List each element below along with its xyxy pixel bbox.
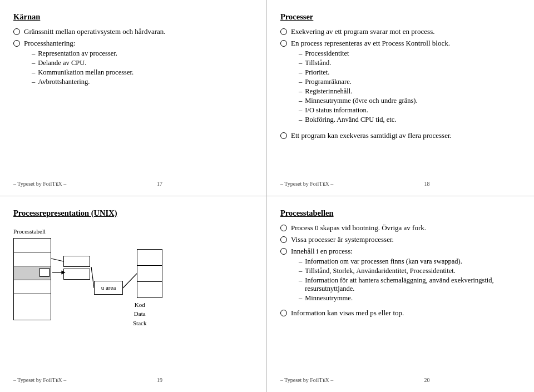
slide4-bullet3-text: Innehåll i en process: [291,247,353,255]
processtabell-box [13,238,51,320]
kds-label-stack: Stack [133,319,146,328]
kds-box [137,249,162,298]
u-area-box: u area [94,281,123,295]
u-area-label: u area [101,284,116,291]
kds-data [137,266,162,282]
slide2-subitem-7: – Bokföring. Använd CPU tid, etc. [299,116,521,124]
bullet-dot-icon [13,40,20,47]
dash-icon: – [299,78,302,86]
slide-unix: Processrepresentation (UNIX) Processtabe… [0,196,267,393]
slide1-footer-left: – Typeset by FoilTᴇX – [13,181,66,187]
slide4-subitem-1: – Tillstånd, Storlek, Användaridentitet,… [299,267,521,275]
proc-row-3 [14,266,51,280]
slide1-bullet1: Gränssnitt mellan operativsystem och hår… [13,27,253,36]
kds-label-data: Data [133,309,146,319]
slide2-subitem-3-text: Programräknare. [305,78,352,86]
slide-karnan: Kärnan Gränssnitt mellan operativsystem … [0,0,267,196]
slide3-footer-center: 19 [157,377,162,383]
slide2-subitem-5-text: Minnesutrymme (övre och undre gräns). [305,97,417,105]
slide3-footer: – Typeset by FoilTᴇX – 19 [13,374,253,383]
slide-processtabellen: Processtabellen Process 0 skapas vid boo… [267,196,534,393]
slide2-subitem-2: – Prioritet. [299,68,521,77]
bullet-dot-icon [280,225,287,231]
slide2-bullet1-text: Exekvering av ett program svarar mot en … [291,27,521,36]
slide1-subitem-0: – Representation av processer. [32,49,253,58]
slide3-footer-left: – Typeset by FoilTᴇX – [13,377,66,383]
slide4-bullet3: Innehåll i en process: – Information om … [280,247,521,304]
slide2-subitem-0-text: Processidentitet [305,49,349,58]
dash-icon: – [299,87,302,96]
dash-icon: – [299,294,302,302]
slide1-subitems: – Representation av processer. – Delande… [32,49,253,86]
slide4-subitem-0: – Information om var processen finns (ka… [299,257,521,266]
processtabell-label: Processtabell [13,228,46,235]
slide2-bullet2: En process representeras av ett Process … [280,39,521,125]
slide4-subitem-3: – Minnesutrymme. [299,294,521,302]
slide2-subitems: – Processidentitet – Tillstånd. – Priori… [299,49,521,124]
slide2-subitem-5: – Minnesutrymme (övre och undre gräns). [299,97,521,105]
slide1-bullet2-content: Processhantering: – Representation av pr… [24,39,253,87]
proc-row-inline-box [39,268,50,277]
slide2-bullet1: Exekvering av ett program svarar mot en … [280,27,521,36]
unix-diagram: Processtabell u area [13,228,186,345]
dash-icon: – [32,49,35,58]
slide1-footer-center: 17 [157,181,162,187]
slide2-subitem-0: – Processidentitet [299,49,521,58]
slide2-subitem-3: – Programräknare. [299,78,521,86]
slide4-subitem-0-text: Information om var processen finns (kan … [305,257,462,266]
slide2-title: Processer [280,12,521,22]
svg-line-2 [123,274,137,288]
dash-icon: – [299,276,302,285]
slide3-title: Processrepresentation (UNIX) [13,209,253,218]
slide1-subitem-1: – Delande av CPU. [32,59,253,67]
slide4-bullet2-text: Vissa processer är systemprocesser. [291,235,521,244]
slide2-bullet2-text: En process representeras av ett Process … [291,39,450,47]
dash-icon: – [32,78,35,86]
svg-line-3 [51,259,63,261]
mid-box-2 [63,269,90,280]
slide2-bullet3: Ett program kan exekveras samtidigt av f… [280,131,521,140]
slide4-footer-left: – Typeset by FoilTᴇX – [280,377,333,383]
bullet-dot-icon [280,248,287,255]
slide2-bullet2-content: En process representeras av ett Process … [291,39,521,125]
kds-labels: Kod Data Stack [133,300,146,328]
slide1-subitem-0-text: Representation av processer. [38,49,117,58]
kds-kod [137,250,162,266]
slide-processer: Processer Exekvering av ett program svar… [267,0,534,196]
kds-stack [137,282,162,297]
slide1-subitem-2: – Kommunikation mellan processer. [32,68,253,77]
slide1-footer: – Typeset by FoilTᴇX – 17 [13,177,253,187]
slide1-subitem-3: – Avbrottshantering. [32,78,253,86]
slide4-subitems: – Information om var processen finns (ka… [299,257,521,302]
dash-icon: – [299,59,302,67]
dash-icon: – [32,68,35,77]
slide2-subitem-1: – Tillstånd. [299,59,521,67]
dash-icon: – [299,116,302,124]
slide1-title: Kärnan [13,12,253,22]
bullet-dot-icon [280,132,287,139]
slide4-subitem-3-text: Minnesutrymme. [305,294,353,302]
slide1-subitem-1-text: Delande av CPU. [38,59,86,67]
bullet-dot-icon [280,310,287,316]
slide1-bullet2-text: Processhantering: [24,39,75,47]
dash-icon: – [32,59,35,67]
bullet-dot-icon [13,28,20,35]
page-container: Kärnan Gränssnitt mellan operativsystem … [0,0,534,392]
kds-label-kod: Kod [133,300,146,310]
slide2-footer-center: 18 [424,181,430,187]
slide2-subitem-6: – I/O status information. [299,106,521,115]
slide1-bullet1-text: Gränssnitt mellan operativsystem och hår… [24,27,253,36]
slide4-subitem-2: – Information för att hantera schemalägg… [299,276,521,293]
mid-box-1 [63,256,90,267]
bullet-dot-icon [280,28,287,35]
proc-row-1 [14,239,51,252]
slide1-subitem-2-text: Kommunikation mellan processer. [38,68,134,77]
slide2-subitem-4: – Registerinnehåll. [299,87,521,96]
slide4-footer: – Typeset by FoilTᴇX – 20 [280,374,521,383]
slide2-footer: – Typeset by FoilTᴇX – 18 [280,177,521,187]
dash-icon: – [299,267,302,275]
mid-boxes [63,256,90,281]
slide4-subitem-1-text: Tillstånd, Storlek, Användaridentitet, P… [305,267,456,275]
dash-icon: – [299,49,302,58]
slide2-bullet3-text: Ett program kan exekveras samtidigt av f… [291,131,521,140]
